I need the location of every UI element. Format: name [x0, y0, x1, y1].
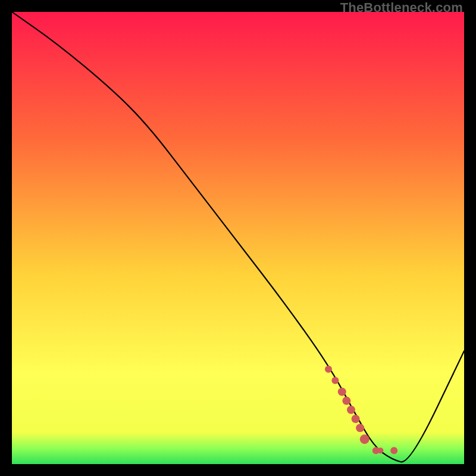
highlight-dot: [331, 377, 339, 384]
highlight-dot: [325, 365, 332, 372]
gradient-background: [12, 12, 464, 464]
highlight-dot: [342, 397, 350, 405]
highlight-dot: [356, 424, 364, 432]
highlight-dot: [390, 447, 397, 454]
highlight-dot: [338, 387, 346, 396]
highlight-dot: [347, 406, 355, 414]
highlight-dot: [377, 447, 383, 453]
chart-svg: [12, 12, 464, 464]
highlight-dot: [360, 434, 369, 444]
watermark-text: TheBottleneck.com: [340, 0, 463, 15]
highlight-dot: [352, 415, 360, 423]
